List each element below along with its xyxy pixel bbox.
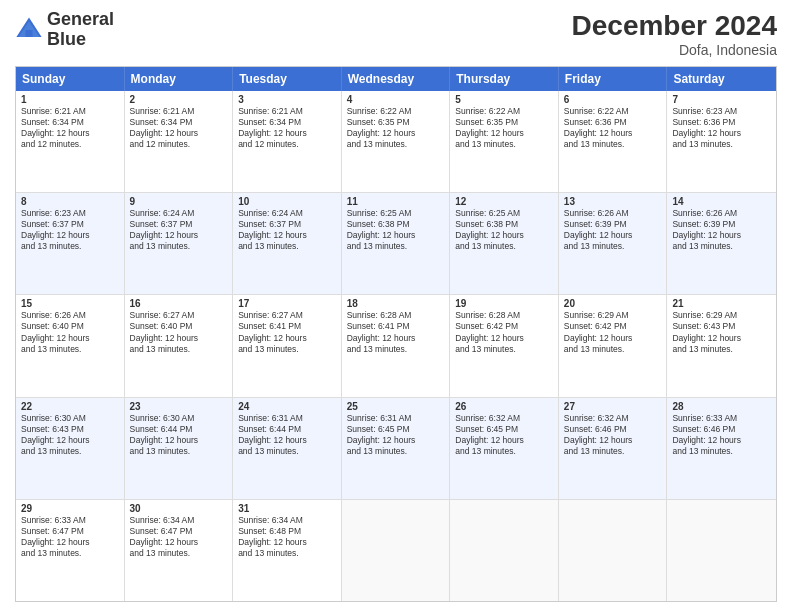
calendar-header-cell: Friday bbox=[559, 67, 668, 91]
calendar-header-cell: Sunday bbox=[16, 67, 125, 91]
calendar-cell: 15Sunrise: 6:26 AM Sunset: 6:40 PM Dayli… bbox=[16, 295, 125, 396]
cell-content: Sunrise: 6:31 AM Sunset: 6:45 PM Dayligh… bbox=[347, 413, 445, 457]
cell-content: Sunrise: 6:33 AM Sunset: 6:47 PM Dayligh… bbox=[21, 515, 119, 559]
day-number: 31 bbox=[238, 503, 336, 514]
calendar-header-cell: Monday bbox=[125, 67, 234, 91]
day-number: 3 bbox=[238, 94, 336, 105]
cell-content: Sunrise: 6:24 AM Sunset: 6:37 PM Dayligh… bbox=[238, 208, 336, 252]
cell-content: Sunrise: 6:30 AM Sunset: 6:43 PM Dayligh… bbox=[21, 413, 119, 457]
calendar-cell: 8Sunrise: 6:23 AM Sunset: 6:37 PM Daylig… bbox=[16, 193, 125, 294]
calendar-cell: 4Sunrise: 6:22 AM Sunset: 6:35 PM Daylig… bbox=[342, 91, 451, 192]
cell-content: Sunrise: 6:29 AM Sunset: 6:43 PM Dayligh… bbox=[672, 310, 771, 354]
day-number: 28 bbox=[672, 401, 771, 412]
cell-content: Sunrise: 6:31 AM Sunset: 6:44 PM Dayligh… bbox=[238, 413, 336, 457]
cell-content: Sunrise: 6:30 AM Sunset: 6:44 PM Dayligh… bbox=[130, 413, 228, 457]
calendar-header-cell: Saturday bbox=[667, 67, 776, 91]
title-section: December 2024 Dofa, Indonesia bbox=[572, 10, 777, 58]
calendar-cell: 3Sunrise: 6:21 AM Sunset: 6:34 PM Daylig… bbox=[233, 91, 342, 192]
day-number: 26 bbox=[455, 401, 553, 412]
day-number: 6 bbox=[564, 94, 662, 105]
cell-content: Sunrise: 6:29 AM Sunset: 6:42 PM Dayligh… bbox=[564, 310, 662, 354]
day-number: 8 bbox=[21, 196, 119, 207]
calendar-cell: 9Sunrise: 6:24 AM Sunset: 6:37 PM Daylig… bbox=[125, 193, 234, 294]
cell-content: Sunrise: 6:21 AM Sunset: 6:34 PM Dayligh… bbox=[21, 106, 119, 150]
day-number: 16 bbox=[130, 298, 228, 309]
calendar-cell: 2Sunrise: 6:21 AM Sunset: 6:34 PM Daylig… bbox=[125, 91, 234, 192]
day-number: 20 bbox=[564, 298, 662, 309]
cell-content: Sunrise: 6:26 AM Sunset: 6:39 PM Dayligh… bbox=[564, 208, 662, 252]
calendar-row: 8Sunrise: 6:23 AM Sunset: 6:37 PM Daylig… bbox=[16, 193, 776, 295]
cell-content: Sunrise: 6:26 AM Sunset: 6:39 PM Dayligh… bbox=[672, 208, 771, 252]
day-number: 22 bbox=[21, 401, 119, 412]
day-number: 11 bbox=[347, 196, 445, 207]
cell-content: Sunrise: 6:22 AM Sunset: 6:35 PM Dayligh… bbox=[455, 106, 553, 150]
calendar-cell: 14Sunrise: 6:26 AM Sunset: 6:39 PM Dayli… bbox=[667, 193, 776, 294]
cell-content: Sunrise: 6:21 AM Sunset: 6:34 PM Dayligh… bbox=[238, 106, 336, 150]
page-header: General Blue December 2024 Dofa, Indones… bbox=[15, 10, 777, 58]
calendar-cell: 17Sunrise: 6:27 AM Sunset: 6:41 PM Dayli… bbox=[233, 295, 342, 396]
calendar: SundayMondayTuesdayWednesdayThursdayFrid… bbox=[15, 66, 777, 602]
day-number: 25 bbox=[347, 401, 445, 412]
calendar-cell: 5Sunrise: 6:22 AM Sunset: 6:35 PM Daylig… bbox=[450, 91, 559, 192]
calendar-row: 29Sunrise: 6:33 AM Sunset: 6:47 PM Dayli… bbox=[16, 500, 776, 601]
day-number: 29 bbox=[21, 503, 119, 514]
calendar-cell-empty bbox=[450, 500, 559, 601]
day-number: 19 bbox=[455, 298, 553, 309]
logo-line1: General bbox=[47, 10, 114, 30]
calendar-body: 1Sunrise: 6:21 AM Sunset: 6:34 PM Daylig… bbox=[16, 91, 776, 601]
calendar-cell: 21Sunrise: 6:29 AM Sunset: 6:43 PM Dayli… bbox=[667, 295, 776, 396]
calendar-header-cell: Wednesday bbox=[342, 67, 451, 91]
day-number: 15 bbox=[21, 298, 119, 309]
calendar-cell: 6Sunrise: 6:22 AM Sunset: 6:36 PM Daylig… bbox=[559, 91, 668, 192]
cell-content: Sunrise: 6:25 AM Sunset: 6:38 PM Dayligh… bbox=[347, 208, 445, 252]
day-number: 1 bbox=[21, 94, 119, 105]
calendar-cell: 23Sunrise: 6:30 AM Sunset: 6:44 PM Dayli… bbox=[125, 398, 234, 499]
calendar-cell: 22Sunrise: 6:30 AM Sunset: 6:43 PM Dayli… bbox=[16, 398, 125, 499]
logo-line2: Blue bbox=[47, 30, 114, 50]
calendar-row: 1Sunrise: 6:21 AM Sunset: 6:34 PM Daylig… bbox=[16, 91, 776, 193]
logo-text: General Blue bbox=[47, 10, 114, 50]
calendar-cell: 13Sunrise: 6:26 AM Sunset: 6:39 PM Dayli… bbox=[559, 193, 668, 294]
main-title: December 2024 bbox=[572, 10, 777, 42]
day-number: 24 bbox=[238, 401, 336, 412]
calendar-cell: 26Sunrise: 6:32 AM Sunset: 6:45 PM Dayli… bbox=[450, 398, 559, 499]
day-number: 12 bbox=[455, 196, 553, 207]
cell-content: Sunrise: 6:22 AM Sunset: 6:35 PM Dayligh… bbox=[347, 106, 445, 150]
calendar-cell: 27Sunrise: 6:32 AM Sunset: 6:46 PM Dayli… bbox=[559, 398, 668, 499]
calendar-cell: 20Sunrise: 6:29 AM Sunset: 6:42 PM Dayli… bbox=[559, 295, 668, 396]
calendar-header-cell: Thursday bbox=[450, 67, 559, 91]
day-number: 30 bbox=[130, 503, 228, 514]
calendar-cell-empty bbox=[667, 500, 776, 601]
subtitle: Dofa, Indonesia bbox=[572, 42, 777, 58]
calendar-header: SundayMondayTuesdayWednesdayThursdayFrid… bbox=[16, 67, 776, 91]
day-number: 13 bbox=[564, 196, 662, 207]
day-number: 5 bbox=[455, 94, 553, 105]
calendar-cell-empty bbox=[342, 500, 451, 601]
cell-content: Sunrise: 6:28 AM Sunset: 6:42 PM Dayligh… bbox=[455, 310, 553, 354]
cell-content: Sunrise: 6:22 AM Sunset: 6:36 PM Dayligh… bbox=[564, 106, 662, 150]
calendar-cell: 30Sunrise: 6:34 AM Sunset: 6:47 PM Dayli… bbox=[125, 500, 234, 601]
cell-content: Sunrise: 6:26 AM Sunset: 6:40 PM Dayligh… bbox=[21, 310, 119, 354]
calendar-row: 22Sunrise: 6:30 AM Sunset: 6:43 PM Dayli… bbox=[16, 398, 776, 500]
day-number: 7 bbox=[672, 94, 771, 105]
cell-content: Sunrise: 6:28 AM Sunset: 6:41 PM Dayligh… bbox=[347, 310, 445, 354]
day-number: 21 bbox=[672, 298, 771, 309]
calendar-cell: 28Sunrise: 6:33 AM Sunset: 6:46 PM Dayli… bbox=[667, 398, 776, 499]
day-number: 2 bbox=[130, 94, 228, 105]
calendar-cell: 31Sunrise: 6:34 AM Sunset: 6:48 PM Dayli… bbox=[233, 500, 342, 601]
cell-content: Sunrise: 6:23 AM Sunset: 6:37 PM Dayligh… bbox=[21, 208, 119, 252]
svg-rect-2 bbox=[26, 30, 33, 37]
calendar-cell: 11Sunrise: 6:25 AM Sunset: 6:38 PM Dayli… bbox=[342, 193, 451, 294]
day-number: 17 bbox=[238, 298, 336, 309]
cell-content: Sunrise: 6:33 AM Sunset: 6:46 PM Dayligh… bbox=[672, 413, 771, 457]
calendar-cell: 19Sunrise: 6:28 AM Sunset: 6:42 PM Dayli… bbox=[450, 295, 559, 396]
page-container: General Blue December 2024 Dofa, Indones… bbox=[0, 0, 792, 612]
day-number: 23 bbox=[130, 401, 228, 412]
calendar-cell: 24Sunrise: 6:31 AM Sunset: 6:44 PM Dayli… bbox=[233, 398, 342, 499]
calendar-cell: 25Sunrise: 6:31 AM Sunset: 6:45 PM Dayli… bbox=[342, 398, 451, 499]
cell-content: Sunrise: 6:21 AM Sunset: 6:34 PM Dayligh… bbox=[130, 106, 228, 150]
day-number: 14 bbox=[672, 196, 771, 207]
calendar-header-cell: Tuesday bbox=[233, 67, 342, 91]
cell-content: Sunrise: 6:24 AM Sunset: 6:37 PM Dayligh… bbox=[130, 208, 228, 252]
cell-content: Sunrise: 6:23 AM Sunset: 6:36 PM Dayligh… bbox=[672, 106, 771, 150]
